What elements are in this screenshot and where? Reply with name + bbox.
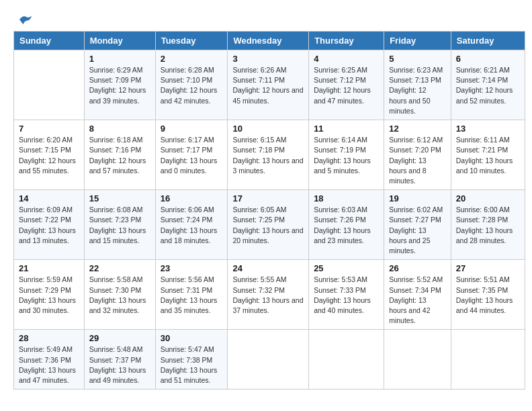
daylight-text: Daylight: 13 hours and 0 minutes. xyxy=(161,156,218,175)
sunrise-text: Sunrise: 5:48 AM xyxy=(89,345,143,353)
day-number: 9 xyxy=(161,124,223,134)
sunrise-text: Sunrise: 6:21 AM xyxy=(456,66,510,74)
calendar-cell xyxy=(309,330,384,390)
day-info: Sunrise: 6:09 AM Sunset: 7:22 PM Dayligh… xyxy=(19,205,79,246)
sunrise-text: Sunrise: 6:05 AM xyxy=(232,205,286,214)
weekday-header-friday: Friday xyxy=(384,32,451,50)
sunset-text: Sunset: 7:35 PM xyxy=(456,286,508,294)
calendar-cell: 10 Sunrise: 6:15 AM Sunset: 7:18 PM Dayl… xyxy=(228,120,309,190)
day-info: Sunrise: 6:26 AM Sunset: 7:11 PM Dayligh… xyxy=(232,65,304,106)
day-info: Sunrise: 6:17 AM Sunset: 7:17 PM Dayligh… xyxy=(161,135,223,176)
sunset-text: Sunset: 7:10 PM xyxy=(161,76,213,84)
sunset-text: Sunset: 7:36 PM xyxy=(19,356,71,364)
calendar-cell: 11 Sunrise: 6:14 AM Sunset: 7:19 PM Dayl… xyxy=(309,120,384,190)
daylight-text: Daylight: 13 hours and 15 minutes. xyxy=(89,226,146,244)
day-info: Sunrise: 5:48 AM Sunset: 7:37 PM Dayligh… xyxy=(89,345,150,385)
weekday-header-monday: Monday xyxy=(84,32,155,50)
day-info: Sunrise: 5:51 AM Sunset: 7:35 PM Dayligh… xyxy=(456,275,520,316)
daylight-text: Daylight: 13 hours and 49 minutes. xyxy=(89,366,146,384)
sunset-text: Sunset: 7:34 PM xyxy=(389,286,441,294)
sunrise-text: Sunrise: 5:49 AM xyxy=(19,345,73,353)
daylight-text: Daylight: 13 hours and 5 minutes. xyxy=(314,156,371,175)
calendar-cell: 6 Sunrise: 6:21 AM Sunset: 7:14 PM Dayli… xyxy=(451,50,525,120)
logo xyxy=(17,13,33,26)
day-number: 21 xyxy=(19,263,79,273)
calendar-cell: 21 Sunrise: 5:59 AM Sunset: 7:29 PM Dayl… xyxy=(14,260,85,330)
daylight-text: Daylight: 13 hours and 23 minutes. xyxy=(314,226,371,244)
sunset-text: Sunset: 7:17 PM xyxy=(161,146,213,154)
day-info: Sunrise: 5:47 AM Sunset: 7:38 PM Dayligh… xyxy=(161,345,223,385)
calendar-cell xyxy=(451,330,525,390)
sunrise-text: Sunrise: 5:53 AM xyxy=(314,275,367,283)
sunset-text: Sunset: 7:32 PM xyxy=(232,286,285,294)
calendar-cell: 8 Sunrise: 6:18 AM Sunset: 7:16 PM Dayli… xyxy=(84,120,155,190)
day-number: 17 xyxy=(232,193,304,203)
sunrise-text: Sunrise: 5:51 AM xyxy=(456,275,510,283)
sunrise-text: Sunrise: 5:55 AM xyxy=(232,275,286,283)
sunrise-text: Sunrise: 5:56 AM xyxy=(161,275,214,283)
sunset-text: Sunset: 7:18 PM xyxy=(232,146,285,154)
day-number: 13 xyxy=(456,124,520,134)
calendar-cell: 22 Sunrise: 5:58 AM Sunset: 7:30 PM Dayl… xyxy=(84,260,155,330)
calendar-week-row: 7 Sunrise: 6:20 AM Sunset: 7:15 PM Dayli… xyxy=(14,120,525,190)
day-number: 20 xyxy=(456,193,520,203)
calendar-cell: 23 Sunrise: 5:56 AM Sunset: 7:31 PM Dayl… xyxy=(155,260,228,330)
daylight-text: Daylight: 12 hours and 55 minutes. xyxy=(19,156,76,175)
sunset-text: Sunset: 7:38 PM xyxy=(161,356,213,364)
sunset-text: Sunset: 7:23 PM xyxy=(89,216,142,224)
sunrise-text: Sunrise: 6:23 AM xyxy=(389,66,443,74)
daylight-text: Daylight: 13 hours and 3 minutes. xyxy=(232,156,303,175)
sunset-text: Sunset: 7:25 PM xyxy=(232,216,285,224)
calendar-week-row: 21 Sunrise: 5:59 AM Sunset: 7:29 PM Dayl… xyxy=(14,260,525,330)
daylight-text: Daylight: 12 hours and 45 minutes. xyxy=(232,86,303,104)
day-number: 24 xyxy=(232,263,304,273)
day-info: Sunrise: 6:23 AM Sunset: 7:13 PM Dayligh… xyxy=(389,65,446,116)
calendar-cell: 4 Sunrise: 6:25 AM Sunset: 7:12 PM Dayli… xyxy=(309,50,384,120)
sunrise-text: Sunrise: 5:59 AM xyxy=(19,275,73,283)
day-number: 23 xyxy=(161,263,223,273)
day-number: 1 xyxy=(89,54,150,64)
day-info: Sunrise: 6:11 AM Sunset: 7:21 PM Dayligh… xyxy=(456,135,520,176)
sunrise-text: Sunrise: 6:06 AM xyxy=(161,205,214,214)
calendar-container: SundayMondayTuesdayWednesdayThursdayFrid… xyxy=(7,31,525,390)
day-info: Sunrise: 5:53 AM Sunset: 7:33 PM Dayligh… xyxy=(314,275,379,316)
daylight-text: Daylight: 13 hours and 35 minutes. xyxy=(161,296,218,314)
calendar-cell xyxy=(384,330,451,390)
calendar-cell: 17 Sunrise: 6:05 AM Sunset: 7:25 PM Dayl… xyxy=(228,190,309,260)
sunrise-text: Sunrise: 5:47 AM xyxy=(161,345,214,353)
day-number: 16 xyxy=(161,193,223,203)
calendar-cell: 2 Sunrise: 6:28 AM Sunset: 7:10 PM Dayli… xyxy=(155,50,228,120)
day-number: 28 xyxy=(19,333,79,343)
day-number: 19 xyxy=(389,193,446,203)
day-number: 25 xyxy=(314,263,379,273)
calendar-week-row: 1 Sunrise: 6:29 AM Sunset: 7:09 PM Dayli… xyxy=(14,50,525,120)
day-number: 15 xyxy=(89,193,150,203)
daylight-text: Daylight: 13 hours and 37 minutes. xyxy=(232,296,303,314)
daylight-text: Daylight: 12 hours and 47 minutes. xyxy=(314,86,371,104)
sunset-text: Sunset: 7:21 PM xyxy=(456,146,508,154)
calendar-cell: 15 Sunrise: 6:08 AM Sunset: 7:23 PM Dayl… xyxy=(84,190,155,260)
daylight-text: Daylight: 13 hours and 40 minutes. xyxy=(314,296,371,314)
sunrise-text: Sunrise: 6:09 AM xyxy=(19,205,73,214)
calendar-cell: 29 Sunrise: 5:48 AM Sunset: 7:37 PM Dayl… xyxy=(84,330,155,390)
day-info: Sunrise: 6:08 AM Sunset: 7:23 PM Dayligh… xyxy=(89,205,150,246)
sunset-text: Sunset: 7:28 PM xyxy=(456,216,508,224)
day-info: Sunrise: 6:14 AM Sunset: 7:19 PM Dayligh… xyxy=(314,135,379,176)
day-number: 27 xyxy=(456,263,520,273)
day-info: Sunrise: 5:49 AM Sunset: 7:36 PM Dayligh… xyxy=(19,345,79,385)
sunrise-text: Sunrise: 6:18 AM xyxy=(89,136,143,144)
weekday-header-saturday: Saturday xyxy=(451,32,525,50)
calendar-cell: 30 Sunrise: 5:47 AM Sunset: 7:38 PM Dayl… xyxy=(155,330,228,390)
sunrise-text: Sunrise: 6:14 AM xyxy=(314,136,367,144)
sunset-text: Sunset: 7:30 PM xyxy=(89,286,142,294)
day-info: Sunrise: 6:05 AM Sunset: 7:25 PM Dayligh… xyxy=(232,205,304,246)
page-header xyxy=(7,7,525,31)
daylight-text: Daylight: 12 hours and 42 minutes. xyxy=(161,86,218,104)
calendar-week-row: 28 Sunrise: 5:49 AM Sunset: 7:36 PM Dayl… xyxy=(14,330,525,390)
calendar-cell: 14 Sunrise: 6:09 AM Sunset: 7:22 PM Dayl… xyxy=(14,190,85,260)
calendar-cell: 27 Sunrise: 5:51 AM Sunset: 7:35 PM Dayl… xyxy=(451,260,525,330)
daylight-text: Daylight: 13 hours and 8 minutes. xyxy=(389,156,426,185)
sunrise-text: Sunrise: 6:11 AM xyxy=(456,136,510,144)
weekday-header-wednesday: Wednesday xyxy=(228,32,309,50)
calendar-cell: 18 Sunrise: 6:03 AM Sunset: 7:26 PM Dayl… xyxy=(309,190,384,260)
